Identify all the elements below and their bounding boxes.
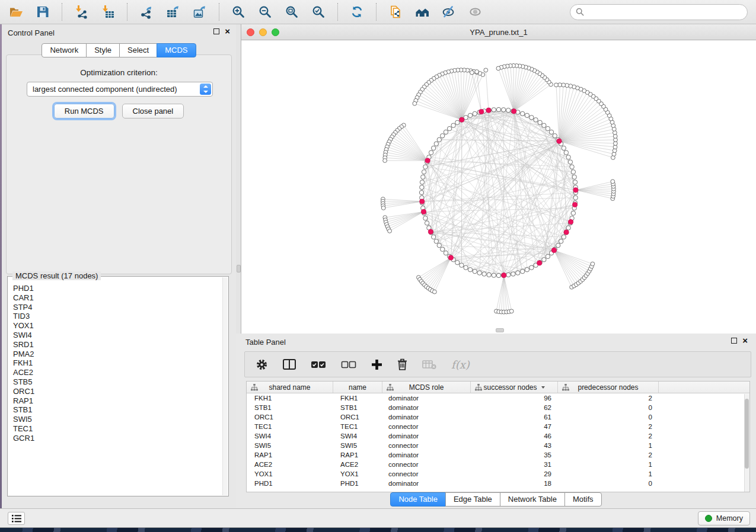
float-window-icon[interactable] bbox=[213, 28, 219, 34]
tab-motifs[interactable]: Motifs bbox=[564, 492, 602, 507]
cell: 35 bbox=[471, 451, 558, 459]
cell: 43 bbox=[471, 442, 558, 449]
cell: PHD1 bbox=[333, 480, 382, 487]
table-row[interactable]: SWI4SWI4dominator462 bbox=[247, 431, 749, 441]
list-item[interactable]: FKH1 bbox=[13, 358, 222, 368]
optimization-criterion-select[interactable]: largest connected component (undirected) bbox=[27, 82, 213, 97]
cell: 29 bbox=[471, 470, 558, 477]
tab-mcds[interactable]: MCDS bbox=[157, 43, 196, 57]
list-item[interactable]: SWI4 bbox=[13, 331, 222, 340]
list-scrollbar[interactable] bbox=[222, 277, 228, 495]
table-row[interactable]: TEC1TEC1connector472 bbox=[247, 422, 749, 431]
close-panel-icon[interactable]: × bbox=[225, 28, 230, 34]
neighborhood-icon[interactable] bbox=[414, 4, 430, 20]
column-header-predecessor-nodes[interactable]: predecessor nodes bbox=[558, 382, 659, 393]
tab-edge-table[interactable]: Edge Table bbox=[445, 492, 500, 507]
list-item[interactable]: ACE2 bbox=[13, 368, 222, 377]
cell: 46 bbox=[471, 432, 558, 440]
float-window-icon[interactable] bbox=[731, 338, 737, 344]
sort-descending-icon bbox=[541, 386, 545, 389]
export-network-icon[interactable] bbox=[139, 4, 154, 20]
list-item[interactable]: SRD1 bbox=[13, 340, 222, 350]
list-item[interactable]: YOX1 bbox=[13, 321, 222, 331]
close-panel-icon[interactable]: × bbox=[742, 338, 748, 344]
column-header-successor-nodes[interactable]: successor nodes bbox=[471, 382, 558, 393]
refresh-layout-icon[interactable] bbox=[349, 4, 365, 20]
table-row[interactable]: ACE2ACE2connector311 bbox=[247, 460, 749, 469]
network-window-titlebar[interactable]: YPA_prune.txt_1 bbox=[241, 24, 756, 40]
save-session-icon[interactable] bbox=[35, 4, 50, 20]
list-item[interactable]: RAP1 bbox=[13, 396, 222, 406]
delete-row-icon[interactable] bbox=[397, 357, 407, 371]
tab-select[interactable]: Select bbox=[119, 43, 157, 57]
add-row-icon[interactable] bbox=[371, 357, 382, 371]
cell: 1 bbox=[558, 461, 659, 468]
horizontal-splitter-handle[interactable] bbox=[496, 328, 504, 332]
table-row[interactable]: YOX1YOX1connector291 bbox=[247, 469, 749, 479]
scrollbar-thumb[interactable] bbox=[745, 399, 749, 469]
list-item[interactable]: GCR1 bbox=[13, 434, 222, 443]
tab-style[interactable]: Style bbox=[86, 43, 120, 57]
column-header-name[interactable]: name bbox=[333, 382, 382, 393]
zoom-out-icon[interactable] bbox=[257, 4, 273, 20]
search-input[interactable] bbox=[570, 4, 748, 20]
list-item[interactable]: STP4 bbox=[13, 303, 222, 312]
tab-node-table[interactable]: Node Table bbox=[390, 492, 446, 507]
cell: connector bbox=[382, 461, 471, 468]
cell: STB1 bbox=[247, 404, 333, 411]
zoom-selected-icon[interactable] bbox=[311, 4, 326, 20]
table-row[interactable]: RAP1RAP1dominator352 bbox=[247, 450, 749, 460]
search-field[interactable] bbox=[588, 8, 742, 17]
column-header-shared-name[interactable]: shared name bbox=[247, 382, 333, 393]
deselect-all-icon[interactable] bbox=[341, 357, 356, 371]
cell: dominator bbox=[382, 395, 471, 402]
cell: ACE2 bbox=[333, 461, 382, 468]
show-hide-columns-icon[interactable] bbox=[283, 357, 296, 371]
export-image-icon[interactable] bbox=[192, 4, 208, 20]
list-item[interactable]: CAR1 bbox=[13, 293, 222, 303]
import-table-icon[interactable] bbox=[100, 4, 116, 20]
table-scrollbar[interactable] bbox=[744, 394, 749, 492]
clone-network-icon[interactable] bbox=[388, 4, 403, 20]
list-item[interactable]: PHD1 bbox=[13, 284, 222, 293]
list-item[interactable]: STB1 bbox=[13, 405, 222, 415]
delete-table-icon bbox=[422, 357, 436, 371]
network-canvas[interactable] bbox=[241, 40, 756, 334]
import-network-icon[interactable] bbox=[74, 4, 89, 20]
list-item[interactable]: STB5 bbox=[13, 377, 222, 387]
table-row[interactable]: PHD1PHD1dominator180 bbox=[247, 479, 749, 488]
show-eye-icon[interactable] bbox=[468, 4, 483, 20]
cell: FKH1 bbox=[247, 395, 333, 402]
column-header-mcds-role[interactable]: MCDS role bbox=[382, 382, 471, 393]
list-item[interactable]: SWI5 bbox=[13, 415, 222, 424]
mcds-result-list[interactable]: PHD1CAR1STP4TID3YOX1SWI4SRD1PMA2FKH1ACE2… bbox=[8, 277, 222, 495]
list-item[interactable]: PMA2 bbox=[13, 350, 222, 359]
network-title: YPA_prune.txt_1 bbox=[241, 28, 756, 37]
zoom-fit-icon[interactable] bbox=[284, 4, 299, 20]
export-table-icon[interactable] bbox=[165, 4, 181, 20]
memory-button[interactable]: Memory bbox=[698, 511, 750, 525]
settings-gear-icon[interactable] bbox=[256, 357, 268, 371]
list-item[interactable]: TID3 bbox=[13, 312, 222, 321]
table-row[interactable]: SWI5SWI5connector431 bbox=[247, 441, 749, 450]
select-all-icon[interactable] bbox=[311, 357, 326, 371]
run-mcds-button[interactable]: Run MCDS bbox=[54, 104, 114, 118]
network-view-window: YPA_prune.txt_1 bbox=[241, 24, 756, 334]
table-row[interactable]: ORC1ORC1dominator610 bbox=[247, 412, 749, 422]
zoom-in-icon[interactable] bbox=[231, 4, 246, 20]
task-history-button[interactable] bbox=[8, 512, 25, 525]
list-item[interactable]: ORC1 bbox=[13, 387, 222, 396]
hide-eye-slash-icon[interactable] bbox=[441, 4, 457, 20]
tab-network-table[interactable]: Network Table bbox=[500, 492, 565, 507]
table-row[interactable]: STB1STB1dominator620 bbox=[247, 403, 749, 412]
close-panel-button[interactable]: Close panel bbox=[122, 104, 184, 118]
table-header-row: shared namenameMCDS rolesuccessor nodesp… bbox=[247, 382, 749, 393]
tab-network[interactable]: Network bbox=[42, 43, 87, 57]
table-row[interactable]: FKH1FKH1dominator962 bbox=[247, 393, 749, 403]
splitter-handle[interactable] bbox=[237, 265, 241, 273]
cell: 1 bbox=[558, 442, 659, 449]
list-item[interactable]: TEC1 bbox=[13, 424, 222, 434]
vertical-splitter[interactable] bbox=[236, 24, 241, 334]
cell: 2 bbox=[558, 432, 659, 440]
open-session-icon[interactable] bbox=[8, 4, 24, 20]
